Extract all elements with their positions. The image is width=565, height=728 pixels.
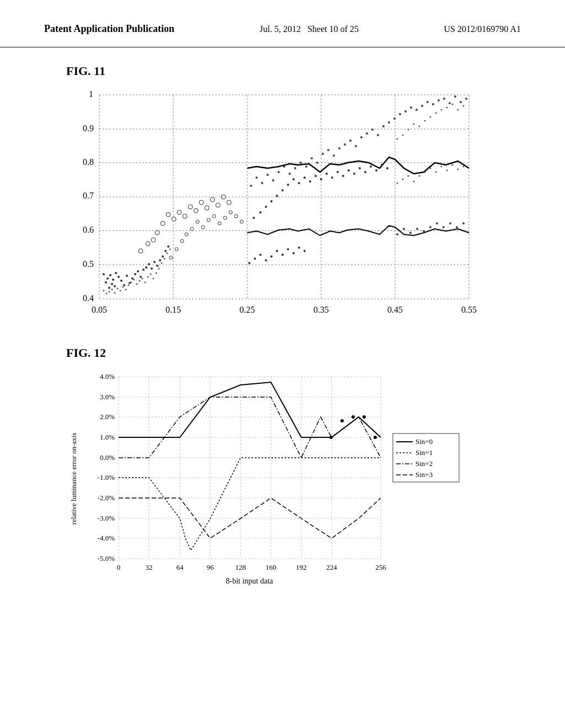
svg-point-206 (443, 226, 445, 228)
svg-text:96: 96 (207, 563, 215, 571)
svg-text:-4.0%: -4.0% (98, 534, 115, 542)
patent-number: US 2012/0169790 A1 (444, 22, 521, 34)
svg-point-192 (270, 255, 273, 258)
svg-point-205 (436, 222, 438, 224)
svg-point-195 (287, 248, 289, 250)
svg-point-114 (344, 143, 346, 146)
y-label-09: 0.9 (83, 124, 94, 133)
svg-point-27 (131, 277, 134, 280)
fig12-chart: relative luminance error on-axis (66, 368, 480, 572)
svg-point-172 (452, 104, 454, 105)
svg-point-33 (148, 263, 150, 265)
svg-point-104 (289, 173, 291, 175)
y-label-05: 0.5 (83, 259, 94, 269)
svg-point-29 (137, 270, 139, 272)
svg-point-77 (216, 203, 220, 207)
svg-point-85 (180, 239, 184, 243)
svg-point-178 (413, 181, 415, 183)
sin2-line (119, 397, 381, 458)
svg-point-133 (449, 102, 451, 104)
svg-point-149 (320, 178, 322, 180)
fig12-label: FIG. 12 (66, 346, 521, 360)
svg-point-13 (103, 273, 105, 275)
svg-point-57 (147, 276, 149, 278)
svg-point-94 (229, 211, 232, 214)
page-header: Patent Application Publication Jul. 5, 2… (0, 0, 565, 47)
svg-point-193 (276, 250, 278, 252)
fig11-chart: 1 0.9 0.8 0.7 0.6 0.5 0.4 0.05 0.15 0.25… (66, 87, 480, 324)
svg-point-54 (139, 280, 141, 282)
svg-point-17 (112, 279, 114, 281)
svg-point-122 (388, 121, 390, 124)
svg-point-155 (353, 173, 355, 175)
svg-point-183 (441, 166, 443, 168)
svg-point-129 (427, 101, 429, 103)
svg-text:1.0%: 1.0% (100, 433, 115, 441)
svg-point-164 (408, 129, 409, 131)
svg-point-151 (331, 176, 333, 179)
svg-point-198 (303, 250, 306, 252)
svg-point-67 (161, 221, 165, 226)
svg-point-56 (145, 282, 146, 283)
svg-text:64: 64 (177, 563, 184, 571)
svg-point-47 (120, 290, 121, 292)
x-label-005: 0.05 (92, 305, 107, 314)
svg-point-158 (370, 165, 372, 168)
x-label-015: 0.15 (166, 305, 181, 314)
svg-point-75 (205, 206, 209, 210)
svg-point-95 (234, 215, 238, 218)
svg-point-161 (386, 167, 388, 169)
svg-point-179 (419, 175, 420, 177)
svg-point-169 (435, 113, 437, 114)
x-axis-label: 8-bit input data (226, 577, 273, 585)
svg-point-139 (265, 206, 267, 208)
x-label-025: 0.25 (239, 305, 255, 314)
svg-point-26 (129, 282, 131, 284)
svg-text:160: 160 (265, 563, 276, 571)
publication-date: Jul. 5, 2012 Sheet 10 of 25 (259, 22, 359, 34)
svg-point-165 (413, 124, 415, 125)
svg-point-87 (190, 227, 194, 231)
svg-point-34 (151, 267, 153, 270)
svg-text:32: 32 (146, 563, 153, 571)
svg-point-107 (305, 165, 307, 168)
sin1-line (119, 458, 381, 550)
svg-point-35 (153, 261, 156, 263)
svg-point-76 (210, 197, 215, 202)
svg-point-88 (196, 220, 199, 223)
svg-point-50 (128, 285, 130, 286)
svg-point-187 (463, 166, 465, 168)
svg-point-61 (158, 268, 160, 270)
svg-text:4.0%: 4.0% (100, 372, 115, 381)
svg-text:128: 128 (235, 563, 246, 571)
svg-point-248 (329, 436, 333, 439)
svg-point-64 (167, 253, 168, 254)
svg-point-124 (399, 113, 401, 115)
svg-point-100 (266, 174, 269, 176)
svg-point-249 (340, 419, 344, 422)
svg-point-189 (254, 258, 256, 260)
svg-point-125 (404, 110, 407, 113)
svg-point-68 (166, 212, 170, 217)
svg-point-86 (185, 233, 188, 236)
svg-point-111 (327, 149, 329, 151)
svg-point-20 (120, 280, 122, 282)
svg-point-42 (106, 293, 108, 295)
svg-point-101 (272, 179, 274, 181)
svg-point-66 (155, 231, 159, 235)
svg-point-28 (134, 273, 136, 275)
svg-text:2.0%: 2.0% (100, 413, 115, 421)
svg-point-71 (183, 214, 187, 218)
svg-point-39 (164, 250, 167, 252)
svg-point-130 (432, 103, 434, 105)
svg-text:192: 192 (296, 563, 307, 571)
svg-point-70 (177, 210, 182, 215)
svg-point-128 (421, 105, 423, 107)
svg-point-203 (423, 230, 425, 232)
page: Patent Application Publication Jul. 5, 2… (0, 0, 565, 728)
svg-point-197 (298, 247, 300, 249)
svg-point-58 (150, 274, 152, 275)
svg-point-132 (443, 98, 445, 100)
svg-point-113 (338, 147, 340, 149)
svg-point-30 (140, 276, 142, 278)
